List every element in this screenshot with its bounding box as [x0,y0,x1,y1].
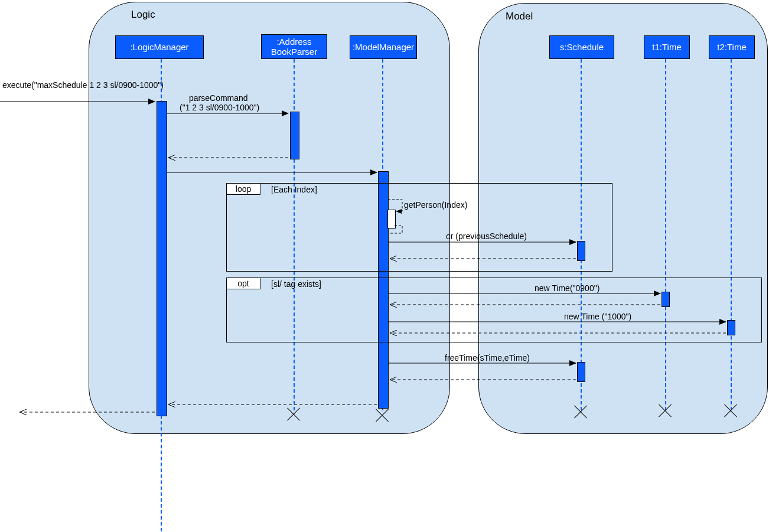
svg-marker-4 [396,209,402,214]
arrows [0,0,769,532]
